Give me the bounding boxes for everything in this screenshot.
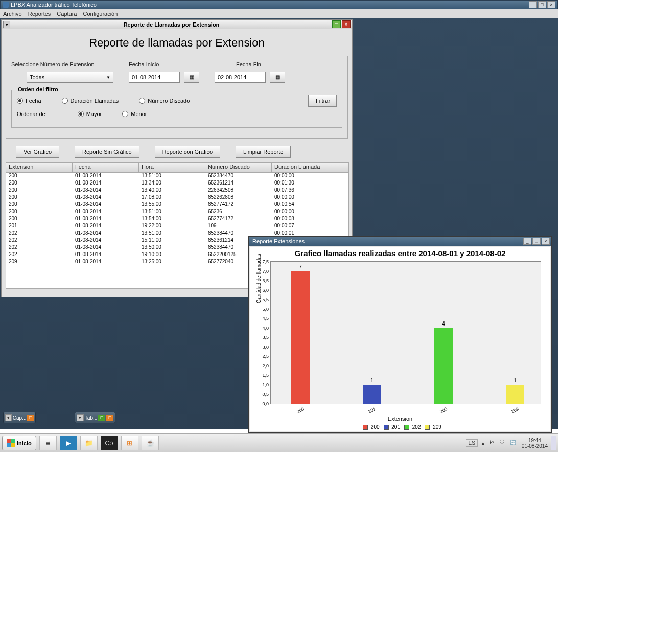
app-title: LPBX Analizador tráfico Telefónico: [11, 2, 97, 8]
col-numero[interactable]: Numero Discado: [205, 163, 272, 173]
menubar: Archivo Reportes Captura Configuración: [0, 9, 558, 18]
report-window-title: Reporte de Llamadas por Extension: [12, 21, 331, 28]
filtrar-button[interactable]: Filtrar: [308, 95, 337, 107]
window-menu-icon: ▾: [5, 414, 12, 421]
table-row[interactable]: 20001-08-201417:08:0065226280800:00:00: [6, 194, 348, 201]
chart-window-title: Reporte Extensiones: [252, 238, 305, 244]
menu-captura[interactable]: Captura: [57, 11, 77, 17]
tray-chevron-icon[interactable]: ▲: [481, 441, 485, 446]
table-row[interactable]: 20101-08-201419:22:0010900:00:07: [6, 223, 348, 230]
minimize-button[interactable]: _: [529, 1, 537, 8]
calendar-to-icon[interactable]: ▦: [270, 72, 285, 83]
taskbar-app-xampp[interactable]: ⊞: [121, 436, 138, 450]
reporte-con-grafico-button[interactable]: Reporte con Gráfico: [155, 146, 220, 158]
radio-numero[interactable]: [139, 98, 145, 104]
taskbar-app-java[interactable]: ☕: [142, 436, 159, 450]
label-fecha-fin: Fecha Fin: [236, 61, 261, 67]
window-menu-icon: ▾: [77, 414, 84, 421]
titlebar[interactable]: LPBX Analizador tráfico Telefónico _ □ ×: [0, 0, 558, 9]
close-button[interactable]: ×: [542, 238, 550, 245]
reporte-sin-grafico-button[interactable]: Reporte Sin Gráfico: [75, 146, 139, 158]
radio-duracion[interactable]: [62, 98, 68, 104]
table-row[interactable]: 20001-08-201413:51:0065238447000:00:00: [6, 173, 348, 180]
chart-legend: 200 201 202 209: [250, 424, 550, 430]
window-menu-icon[interactable]: ▾: [3, 21, 10, 28]
col-duracion[interactable]: Duracion Llamada: [272, 163, 348, 173]
limpiar-reporte-button[interactable]: Limpiar Reporte: [236, 146, 291, 158]
restore-icon[interactable]: □: [98, 415, 105, 421]
minimized-cap[interactable]: ▾ Cap... □: [3, 412, 36, 423]
taskbar-app-2[interactable]: ▶: [60, 436, 77, 450]
maximize-icon[interactable]: □: [332, 20, 341, 28]
menu-config[interactable]: Configuración: [83, 11, 118, 17]
maximize-icon[interactable]: □: [106, 415, 113, 421]
tray-flag-icon[interactable]: 🏳: [489, 440, 497, 447]
radio-mayor[interactable]: [78, 111, 84, 117]
table-row[interactable]: 20001-08-201413:55:0065277417200:00:54: [6, 201, 348, 209]
language-indicator[interactable]: ES: [466, 439, 478, 447]
show-desktop-button[interactable]: [551, 436, 556, 450]
tray-sync-icon[interactable]: 🔄: [510, 440, 517, 447]
maximize-button[interactable]: □: [532, 238, 541, 245]
chart-title: Grafico llamadas realizadas entre 2014-0…: [250, 247, 550, 260]
clock[interactable]: 19:44 01-08-2014: [522, 438, 548, 449]
col-extension[interactable]: Extension: [6, 163, 73, 173]
label-extension: Seleccione Número de Extension: [11, 61, 129, 67]
table-row[interactable]: 20001-08-201413:54:0065277417200:00:08: [6, 216, 348, 223]
label-ordenar: Ordenar de:: [17, 111, 47, 117]
report-heading: Reporte de llamadas por Extension: [6, 36, 348, 50]
label-fecha-inicio: Fecha Inicio: [129, 61, 236, 67]
col-fecha[interactable]: Fecha: [73, 163, 139, 173]
col-hora[interactable]: Hora: [139, 163, 205, 173]
minimize-button[interactable]: _: [523, 238, 531, 245]
chart-plot: 0,00,51,01,52,02,53,03,54,04,55,05,56,06…: [270, 261, 541, 404]
chart-xlabel: Extension: [250, 416, 550, 422]
date-from-input[interactable]: [129, 72, 180, 83]
extension-combo[interactable]: Todas ▼: [27, 72, 113, 83]
calendar-from-icon[interactable]: ▦: [184, 72, 199, 83]
close-button[interactable]: ×: [547, 1, 555, 8]
start-button[interactable]: Inicio: [2, 436, 36, 450]
filter-legend: Orden del filtro: [16, 86, 60, 93]
chart-titlebar[interactable]: Reporte Extensiones _ □ ×: [249, 237, 551, 246]
ver-grafico-button[interactable]: Ver Gráfico: [16, 146, 59, 158]
minimized-tab[interactable]: ▾ Tab... □ □: [75, 412, 115, 423]
windows-logo-icon: [7, 439, 15, 447]
close-icon[interactable]: ×: [342, 20, 351, 28]
table-row[interactable]: 20001-08-201413:34:0065236121400:01:30: [6, 180, 348, 187]
report-titlebar[interactable]: ▾ Reporte de Llamadas por Extension □ ×: [2, 20, 352, 29]
taskbar-app-4[interactable]: C:\: [101, 436, 118, 450]
menu-reportes[interactable]: Reportes: [28, 11, 51, 17]
taskbar-app-1[interactable]: 🖥: [39, 436, 57, 450]
date-to-input[interactable]: [215, 72, 266, 83]
radio-menor[interactable]: [122, 111, 128, 117]
taskbar: Inicio 🖥 ▶ 📁 C:\ ⊞ ☕ ES ▲ 🏳 🛡 🔄 19:44 01…: [0, 433, 558, 452]
menu-archivo[interactable]: Archivo: [3, 11, 22, 17]
table-row[interactable]: 20001-08-201413:40:0022634250800:07:36: [6, 187, 348, 194]
restore-icon[interactable]: □: [27, 415, 34, 421]
table-row[interactable]: 20001-08-201413:51:006523600:00:00: [6, 209, 348, 216]
tray-shield-icon[interactable]: 🛡: [500, 440, 507, 447]
chart-window: Reporte Extensiones _ □ × Grafico llamad…: [248, 236, 552, 433]
chevron-down-icon: ▼: [106, 75, 110, 80]
taskbar-app-3[interactable]: 📁: [80, 436, 98, 450]
java-icon: [3, 2, 9, 8]
radio-fecha[interactable]: [17, 98, 23, 104]
maximize-button[interactable]: □: [538, 1, 546, 8]
